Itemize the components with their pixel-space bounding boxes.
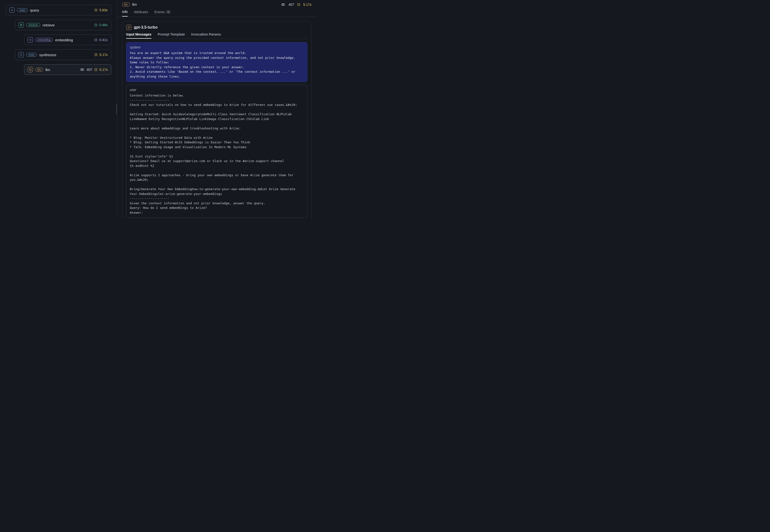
row-duration: 5.63s — [99, 8, 108, 12]
trace-row-synthesize[interactable]: chainsynthesize5.17s — [15, 49, 111, 60]
svg-point-19 — [128, 27, 129, 28]
row-duration: 0.41s — [99, 38, 108, 42]
clock-icon — [297, 3, 300, 6]
kind-pill: retriever — [26, 23, 40, 27]
row-label: embedding — [55, 38, 73, 42]
svg-point-13 — [82, 69, 84, 71]
row-duration: 0.46s — [99, 23, 108, 27]
embedding-icon — [28, 37, 33, 42]
kind-pill: chain — [26, 53, 37, 57]
detail-tabs: InfoAttributesEvents0 — [117, 6, 316, 17]
row-label: retrieve — [43, 23, 55, 27]
span-kind-pill: llm — [122, 3, 130, 6]
message-role: system — [130, 45, 304, 49]
trace-tree-pane: chainquery5.63sretrieverretrieve0.46semb… — [0, 0, 117, 218]
model-name: gpt-3.5-turbo — [134, 25, 158, 30]
tab-label: Attributes — [134, 10, 148, 14]
token-icon — [80, 68, 84, 72]
svg-point-11 — [30, 69, 30, 70]
tab-label: Events — [154, 10, 165, 14]
svg-point-5 — [31, 39, 31, 40]
detail-header: llm llm 407 5.17s — [117, 0, 316, 6]
clock-icon — [94, 38, 97, 42]
kind-pill: embedding — [35, 38, 53, 42]
row-duration: 5.17s — [99, 68, 108, 72]
svg-point-16 — [283, 4, 285, 6]
input-messages-list: systemYou are an expert Q&A system that … — [126, 42, 307, 218]
subtab-prompt-template[interactable]: Prompt Template — [158, 32, 185, 39]
clock-icon — [94, 23, 97, 27]
token-count: 407 — [288, 3, 294, 6]
app-root: chainquery5.63sretrieverretrieve0.46semb… — [0, 0, 316, 218]
row-duration: 5.17s — [99, 53, 108, 57]
message-user: userContext information is below. ------… — [126, 85, 307, 218]
llm-icon — [126, 25, 131, 30]
token-icon — [281, 3, 285, 6]
message-content: Context information is below. ----------… — [130, 93, 304, 215]
svg-point-4 — [30, 40, 30, 40]
svg-rect-10 — [29, 69, 31, 71]
svg-point-8 — [20, 54, 22, 56]
kind-pill: llm — [35, 68, 43, 72]
clock-icon — [94, 68, 97, 71]
header-duration: 5.17s — [303, 3, 312, 6]
model-panel: gpt-3.5-turbo Input MessagesPrompt Templ… — [122, 21, 312, 218]
message-system: systemYou are an expert Q&A system that … — [126, 42, 307, 82]
detail-content: gpt-3.5-turbo Input MessagesPrompt Templ… — [117, 17, 316, 218]
tab-label: Info — [122, 10, 128, 14]
subtab-invocation-params[interactable]: Invocation Params — [191, 32, 221, 39]
svg-point-0 — [11, 9, 13, 11]
retriever-icon — [18, 22, 24, 28]
detail-pane: llm llm 407 5.17s InfoAttributesEvents0 — [117, 0, 316, 218]
tab-count-badge: 0 — [166, 10, 170, 14]
llm-icon — [28, 67, 33, 72]
row-label: llm — [45, 68, 50, 72]
trace-row-query[interactable]: chainquery5.63s — [6, 5, 111, 15]
tab-info[interactable]: Info — [122, 10, 128, 17]
pane-resize-handle[interactable] — [116, 104, 118, 114]
span-title: llm — [132, 2, 137, 6]
trace-row-retrieve[interactable]: retrieverretrieve0.46s — [15, 20, 111, 30]
svg-rect-18 — [128, 26, 130, 28]
trace-row-embedding[interactable]: embeddingembedding0.41s — [24, 35, 111, 45]
subtab-input-messages[interactable]: Input Messages — [126, 32, 151, 39]
message-content: You are an expert Q&A system that is tru… — [130, 51, 304, 79]
tab-events[interactable]: Events0 — [154, 10, 171, 17]
chain-icon — [9, 7, 15, 13]
tab-attributes[interactable]: Attributes — [134, 10, 148, 17]
svg-point-6 — [31, 40, 31, 41]
clock-icon — [94, 53, 97, 56]
clock-icon — [94, 8, 97, 12]
token-count: 407 — [86, 68, 92, 72]
row-label: query — [30, 8, 39, 12]
trace-row-llm[interactable]: llmllm4075.17s — [24, 64, 111, 75]
kind-pill: chain — [17, 8, 28, 12]
message-role: user — [130, 88, 304, 92]
chain-icon — [18, 52, 24, 57]
row-label: synthesize — [39, 53, 56, 57]
input-subtabs: Input MessagesPrompt TemplateInvocation … — [126, 32, 307, 39]
trace-tree: chainquery5.63sretrieverretrieve0.46semb… — [6, 5, 111, 75]
